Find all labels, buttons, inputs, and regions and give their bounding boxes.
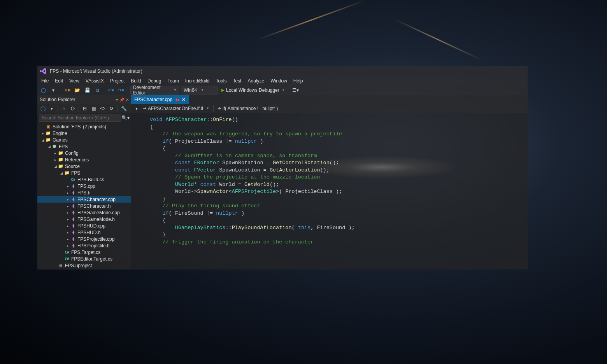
tree-item[interactable]: ▸⧫FPSGameMode.cpp xyxy=(37,209,131,216)
expand-icon[interactable]: ▸ xyxy=(65,198,70,201)
menu-incredibuild[interactable]: IncrediBuild xyxy=(182,77,213,84)
tree-item[interactable]: ▸⧫FPSCharacter.h xyxy=(37,203,131,209)
tree-item-label: FPSHUD.h xyxy=(77,230,100,235)
tree-item[interactable]: ▸⧫FPSProjectile.h xyxy=(37,242,131,249)
menu-project[interactable]: Project xyxy=(107,77,128,84)
titlebar[interactable]: FPS - Microsoft Visual Studio (Administr… xyxy=(37,66,528,77)
panel-dropdown-icon[interactable]: ▾ xyxy=(116,98,118,102)
menu-team[interactable]: Team xyxy=(164,77,182,84)
menu-debug[interactable]: Debug xyxy=(144,77,164,84)
tree-item-label: References xyxy=(65,157,89,163)
code-icon[interactable]: <> xyxy=(99,105,107,112)
nav-dropdown-icon[interactable]: ▾ xyxy=(133,104,140,113)
tree-item[interactable]: ◢📁Games xyxy=(37,136,131,143)
tree-item[interactable]: ▸⧫FPSCharacter.cpp xyxy=(37,196,131,203)
menu-test[interactable]: Test xyxy=(230,77,244,84)
editor-tab-active[interactable]: FPSCharacter.cpp 📌 ✕ xyxy=(131,95,189,104)
tree-item[interactable]: C#FPSEditor.Target.cs xyxy=(37,256,131,262)
tree-item[interactable]: C#FPS.Target.cs xyxy=(37,249,131,256)
cs-icon: C# xyxy=(70,177,76,182)
expand-icon[interactable]: ▸ xyxy=(65,204,70,208)
h-icon: ⧫ xyxy=(70,217,76,222)
member-dropdown[interactable]: ➜ if( AnimInstance != nullptr ) xyxy=(216,106,279,111)
expand-icon[interactable]: ▸ xyxy=(65,231,70,234)
search-icon[interactable]: 🔍▾ xyxy=(121,114,130,122)
menu-tools[interactable]: Tools xyxy=(212,77,230,84)
open-button[interactable]: 📂 xyxy=(73,86,81,94)
scope-dropdown[interactable]: ➜ AFPSCharacter.OnFire.if.if ▼ xyxy=(141,106,211,111)
expand-icon[interactable]: ▸ xyxy=(65,191,70,195)
expand-icon[interactable]: ◢ xyxy=(40,138,45,142)
expand-icon[interactable]: ▸ xyxy=(65,244,70,248)
solution-search-input[interactable] xyxy=(39,114,121,122)
expand-icon[interactable]: ◢ xyxy=(59,171,64,175)
expand-icon[interactable]: ▸ xyxy=(65,184,70,188)
tree-item[interactable]: ▸📁References xyxy=(37,156,131,163)
fold-icon: 📁 xyxy=(58,157,64,163)
redo-button[interactable]: ↷▾ xyxy=(117,86,125,94)
solution-configuration-dropdown[interactable]: Development Editor▼ xyxy=(130,86,179,94)
expand-icon[interactable]: ▸ xyxy=(65,217,70,221)
properties-icon[interactable]: 🔧 xyxy=(120,105,128,112)
tree-item[interactable]: ◢⬢FPS xyxy=(37,143,131,150)
save-all-button[interactable]: ⧉ xyxy=(93,86,102,94)
expand-icon[interactable]: ▸ xyxy=(65,224,70,228)
tree-item[interactable]: ▸⧫FPSGameMode.h xyxy=(37,216,131,222)
h-icon: ⧫ xyxy=(70,230,76,235)
pin-icon[interactable]: 📌 xyxy=(119,98,124,102)
expand-icon[interactable]: ▸ xyxy=(53,158,58,162)
expand-icon[interactable]: ▸ xyxy=(53,151,58,155)
menu-help[interactable]: Help xyxy=(290,77,306,84)
tree-item[interactable]: ▸📁Config xyxy=(37,150,131,156)
sync-icon[interactable] xyxy=(69,105,77,112)
h-icon: ⧫ xyxy=(70,203,76,209)
menu-build[interactable]: Build xyxy=(128,77,144,84)
solution-explorer-header[interactable]: Solution Explorer ▾ 📌 ✕ xyxy=(37,95,131,104)
expand-icon[interactable]: ▸ xyxy=(40,131,45,135)
new-item-button[interactable]: ✧▾ xyxy=(63,86,71,94)
nav-back-button[interactable]: ◯ xyxy=(39,86,47,94)
collapse-icon[interactable]: ⊟ xyxy=(81,105,89,112)
tree-item[interactable]: ▸⧫FPSHUD.cpp xyxy=(37,222,131,229)
expand-icon[interactable]: ◢ xyxy=(53,164,58,168)
toolbar-overflow-button[interactable]: ☰▾ xyxy=(291,86,300,94)
menu-file[interactable]: File xyxy=(38,77,52,84)
arrow-icon: ➜ xyxy=(143,106,146,111)
show-all-icon[interactable]: ▦ xyxy=(90,105,98,112)
nav-forward-button[interactable]: ▾ xyxy=(49,86,58,94)
expand-icon[interactable]: ◢ xyxy=(47,145,51,149)
tree-item[interactable]: ▸⧫FPSHUD.h xyxy=(37,229,131,236)
tree-item[interactable]: C#FPS.Build.cs xyxy=(37,176,131,183)
close-icon[interactable]: ✕ xyxy=(126,98,129,102)
tree-item[interactable]: 🗎FPS.uproject xyxy=(37,262,131,269)
editor-tab-bar: FPSCharacter.cpp 📌 ✕ xyxy=(131,95,528,104)
dropdown-icon[interactable]: ▾ xyxy=(48,105,56,112)
menu-analyze[interactable]: Analyze xyxy=(244,77,267,84)
cpp-icon: ⧫ xyxy=(70,197,76,202)
menu-window[interactable]: Window xyxy=(267,77,290,84)
tree-item[interactable]: ◢📁FPS xyxy=(37,170,131,176)
expand-icon[interactable]: ▸ xyxy=(65,237,70,241)
undo-button[interactable]: ↶▾ xyxy=(107,86,115,94)
home-icon[interactable]: ⌂ xyxy=(60,105,68,112)
tree-item[interactable]: ▣Solution 'FPS' (2 projects) xyxy=(37,123,131,130)
close-icon[interactable]: ✕ xyxy=(182,97,186,102)
window-title: FPS - Microsoft Visual Studio (Administr… xyxy=(50,68,142,74)
refresh-icon[interactable]: ⟳ xyxy=(108,105,116,112)
tree-item[interactable]: ▸📁Engine xyxy=(37,130,131,136)
code-editor[interactable]: void AFPSCharacter::OnFire(){ // The wea… xyxy=(131,113,528,270)
menu-edit[interactable]: Edit xyxy=(52,77,66,84)
tree-item[interactable]: ▸⧫FPS.h xyxy=(37,189,131,196)
save-button[interactable]: 💾 xyxy=(83,86,91,94)
tree-item[interactable]: ◢📁Source xyxy=(37,163,131,170)
menu-view[interactable]: View xyxy=(66,77,82,84)
expand-icon[interactable]: ▸ xyxy=(65,211,70,215)
pin-icon[interactable]: 📌 xyxy=(174,96,180,103)
solution-platform-dropdown[interactable]: Win64▼ xyxy=(181,86,218,94)
menu-vassistx[interactable]: VAssistX xyxy=(82,77,107,84)
tree-item[interactable]: ▸⧫FPS.cpp xyxy=(37,183,131,189)
solution-tree[interactable]: ▣Solution 'FPS' (2 projects)▸📁Engine◢📁Ga… xyxy=(37,122,131,270)
tree-item[interactable]: ▸⧫FPSProjectile.cpp xyxy=(37,236,131,242)
start-debugging-button[interactable]: ▶Local Windows Debugger▾ xyxy=(219,88,286,93)
back-icon[interactable]: ◯ xyxy=(39,105,47,112)
